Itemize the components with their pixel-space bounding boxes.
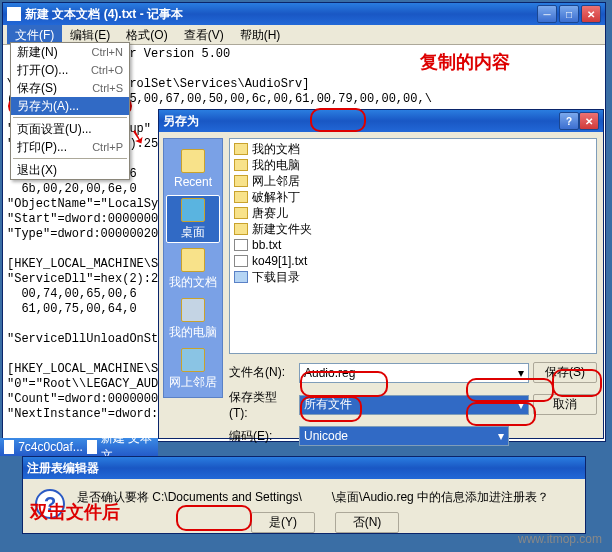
annotation-box-filetype <box>466 402 536 426</box>
annotation-box-ft2 <box>300 396 362 422</box>
folder-icon <box>234 159 248 171</box>
places-bar: Recent 桌面 我的文档 我的电脑 网上邻居 <box>163 138 223 398</box>
annotation-copied: 复制的内容 <box>420 50 510 74</box>
annotation-dblclick: 双击文件后 <box>30 500 120 524</box>
folder-icon <box>234 207 248 219</box>
save-form: 文件名(N): Audio.reg▾ 保存(S) 保存类型(T): 所有文件▾ … <box>229 362 597 452</box>
menu-open[interactable]: 打开(O)...Ctrl+O <box>11 61 129 79</box>
help-button[interactable]: ? <box>559 112 579 130</box>
menu-print[interactable]: 打印(P)...Ctrl+P <box>11 138 129 156</box>
maximize-button[interactable]: □ <box>559 5 579 23</box>
taskbar: 7c4c0c0af... 新建 文本文... <box>0 438 158 456</box>
file-item[interactable]: 网上邻居 <box>232 173 594 189</box>
folder-icon <box>234 223 248 235</box>
menu-help[interactable]: 帮助(H) <box>232 25 289 44</box>
menu-saveas[interactable]: 另存为(A)... <box>11 97 129 115</box>
close-button[interactable]: ✕ <box>581 5 601 23</box>
registry-title: 注册表编辑器 <box>27 460 99 477</box>
network-icon <box>181 348 205 372</box>
folder-icon <box>234 175 248 187</box>
saveas-titlebar[interactable]: 另存为 ? ✕ <box>159 110 603 132</box>
taskbar-icon <box>87 440 97 454</box>
watermark: www.itmop.com <box>518 532 602 546</box>
recent-icon <box>181 149 205 173</box>
desktop-icon <box>181 198 205 222</box>
annotation-box-title <box>310 108 366 132</box>
place-network[interactable]: 网上邻居 <box>166 345 220 393</box>
registry-message-2: \桌面\Audio.reg 中的信息添加进注册表？ <box>332 489 549 506</box>
encoding-label: 编码(E): <box>229 428 295 445</box>
filetype-label: 保存类型(T): <box>229 389 295 420</box>
chevron-down-icon: ▾ <box>498 429 504 443</box>
no-button[interactable]: 否(N) <box>335 512 399 533</box>
notepad-icon <box>7 7 21 21</box>
annotation-box-fn2 <box>300 371 388 397</box>
taskbar-icon <box>4 440 14 454</box>
exe-icon <box>234 271 248 283</box>
encoding-combo[interactable]: Unicode▾ <box>299 426 509 446</box>
annotation-box-yes <box>176 505 252 531</box>
doc-icon <box>234 255 248 267</box>
menu-view[interactable]: 查看(V) <box>176 25 232 44</box>
menu-separator <box>13 117 127 118</box>
menu-new[interactable]: 新建(N)Ctrl+N <box>11 43 129 61</box>
registry-titlebar[interactable]: 注册表编辑器 <box>23 457 585 479</box>
place-mydocs[interactable]: 我的文档 <box>166 245 220 293</box>
file-item[interactable]: 下载目录 <box>232 269 594 285</box>
menu-exit[interactable]: 退出(X) <box>11 161 129 179</box>
place-desktop[interactable]: 桌面 <box>166 195 220 243</box>
file-item[interactable]: 我的文档 <box>232 141 594 157</box>
place-recent[interactable]: Recent <box>166 145 220 193</box>
file-item[interactable]: 唐赛儿 <box>232 205 594 221</box>
annotation-box-save2 <box>552 369 602 397</box>
file-item[interactable]: ko49[1].txt <box>232 253 594 269</box>
file-item[interactable]: 我的电脑 <box>232 157 594 173</box>
file-item[interactable]: 破解补丁 <box>232 189 594 205</box>
yes-button[interactable]: 是(Y) <box>251 512 315 533</box>
menu-separator <box>13 158 127 159</box>
mydocs-icon <box>181 248 205 272</box>
minimize-button[interactable]: ─ <box>537 5 557 23</box>
folder-icon <box>234 191 248 203</box>
notepad-title: 新建 文本文档 (4).txt - 记事本 <box>25 6 537 23</box>
file-item[interactable]: bb.txt <box>232 237 594 253</box>
menu-pagesetup[interactable]: 页面设置(U)... <box>11 120 129 138</box>
menu-save[interactable]: 保存(S)Ctrl+S <box>11 79 129 97</box>
annotation-box-filename <box>466 378 554 402</box>
doc-icon <box>234 239 248 251</box>
mycomputer-icon <box>181 298 205 322</box>
folder-icon <box>234 143 248 155</box>
notepad-titlebar[interactable]: 新建 文本文档 (4).txt - 记事本 ─ □ ✕ <box>3 3 605 25</box>
taskbar-item-1[interactable]: 7c4c0c0af... <box>18 440 83 454</box>
dialog-close-button[interactable]: ✕ <box>579 112 599 130</box>
place-mycomputer[interactable]: 我的电脑 <box>166 295 220 343</box>
file-list[interactable]: 我的文档我的电脑网上邻居破解补丁唐赛儿新建文件夹bb.txtko49[1].tx… <box>229 138 597 354</box>
file-item[interactable]: 新建文件夹 <box>232 221 594 237</box>
filename-label: 文件名(N): <box>229 364 295 381</box>
file-menu-dropdown: 新建(N)Ctrl+N 打开(O)...Ctrl+O 保存(S)Ctrl+S 另… <box>10 42 130 180</box>
